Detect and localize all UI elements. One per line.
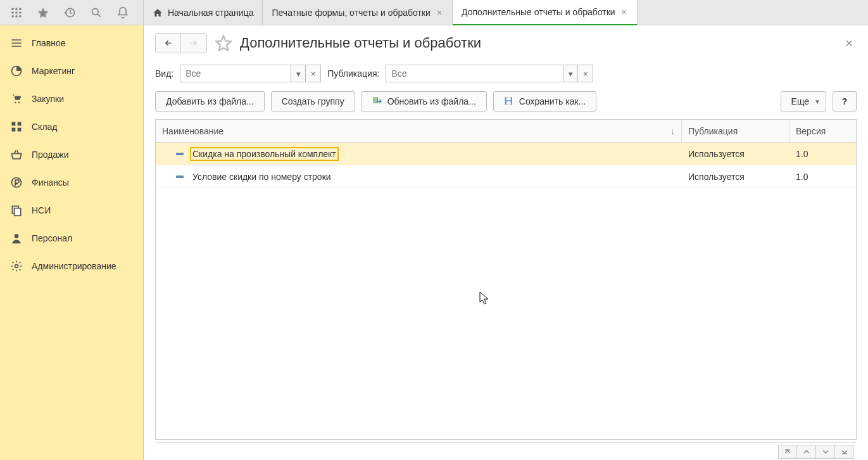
- grid-body: Скидка на произвольный комплект Использу…: [156, 143, 856, 439]
- sidebar-item-warehouse[interactable]: Склад: [0, 113, 143, 141]
- svg-point-7: [15, 15, 18, 18]
- title-row: Дополнительные отчеты и обработки ×: [155, 33, 857, 53]
- cell-version: 1.0: [796, 172, 808, 182]
- close-icon[interactable]: ×: [436, 8, 443, 18]
- scroll-up-button[interactable]: [797, 445, 816, 459]
- menu-icon: [10, 37, 23, 49]
- chevron-down-icon[interactable]: ▾: [563, 65, 578, 82]
- ruble-icon: [10, 176, 23, 189]
- sidebar-item-label: Финансы: [32, 177, 69, 188]
- chevron-down-icon[interactable]: ▾: [291, 65, 306, 82]
- top-toolbar: Начальная страница Печатные формы, отчет…: [0, 0, 868, 25]
- page-title: Дополнительные отчеты и обработки: [240, 35, 481, 51]
- history-icon[interactable]: [57, 0, 82, 25]
- sidebar-item-label: Администрирование: [32, 261, 116, 271]
- filter-pub-input[interactable]: [386, 65, 563, 82]
- svg-point-4: [15, 11, 18, 14]
- column-header-publication[interactable]: Публикация: [682, 120, 789, 142]
- filter-pub-combo: ▾ ×: [386, 65, 593, 82]
- help-button[interactable]: ?: [833, 91, 857, 112]
- close-page-button[interactable]: ×: [841, 36, 857, 51]
- sidebar-item-label: Главное: [32, 38, 66, 48]
- sidebar-item-label: Продажи: [32, 150, 68, 160]
- apps-icon[interactable]: [4, 0, 29, 25]
- svg-point-10: [92, 8, 98, 15]
- sidebar-item-marketing[interactable]: Маркетинг: [0, 57, 143, 85]
- top-icon-bar: [0, 0, 144, 25]
- tab-print-forms[interactable]: Печатные формы, отчеты и обработки ×: [263, 0, 453, 25]
- sidebar-item-admin[interactable]: Администрирование: [0, 252, 143, 280]
- update-from-file-button[interactable]: Обновить из файла...: [362, 91, 487, 112]
- person-icon: [10, 232, 23, 245]
- close-icon[interactable]: ×: [620, 7, 628, 17]
- create-group-button[interactable]: Создать группу: [271, 91, 355, 112]
- copy-icon: [10, 204, 23, 217]
- table-row[interactable]: Условие скидки по номеру строки Использу…: [156, 165, 856, 188]
- clear-filter-button[interactable]: ×: [306, 65, 321, 82]
- piechart-icon: [10, 65, 23, 77]
- favorite-star-icon[interactable]: [215, 34, 232, 52]
- svg-rect-16: [18, 128, 22, 132]
- cell-name: Скидка на произвольный комплект: [190, 147, 339, 161]
- sidebar-item-personnel[interactable]: Персонал: [0, 224, 143, 252]
- filter-type-input[interactable]: [180, 65, 291, 82]
- bell-icon[interactable]: [110, 0, 135, 25]
- svg-point-3: [11, 11, 14, 14]
- tab-home[interactable]: Начальная страница: [144, 0, 263, 25]
- basket-icon: [10, 148, 23, 161]
- cell-publication: Используется: [688, 172, 745, 182]
- sidebar-item-nsi[interactable]: НСИ: [0, 196, 143, 224]
- svg-point-2: [19, 8, 22, 10]
- grid-header: Наименование ↓ Публикация Версия: [156, 120, 856, 143]
- tab-print-forms-label: Печатные формы, отчеты и обработки: [272, 8, 430, 18]
- svg-rect-25: [506, 101, 511, 105]
- filter-type-label: Вид:: [155, 68, 173, 79]
- filter-pub-label: Публикация:: [327, 68, 379, 79]
- svg-point-12: [18, 102, 20, 104]
- sidebar-item-finance[interactable]: Финансы: [0, 169, 143, 196]
- sidebar-item-main[interactable]: Главное: [0, 29, 143, 57]
- cell-version: 1.0: [796, 149, 808, 159]
- save-as-button[interactable]: Сохранить как...: [493, 91, 596, 112]
- sidebar-item-purchases[interactable]: Закупки: [0, 85, 143, 113]
- forward-button[interactable]: [181, 34, 206, 53]
- filters-row: Вид: ▾ × Публикация: ▾ ×: [155, 65, 857, 82]
- svg-rect-24: [506, 98, 511, 100]
- svg-point-6: [11, 15, 14, 18]
- sidebar: Главное Маркетинг Закупки Склад Продажи …: [0, 25, 144, 460]
- clear-filter-button[interactable]: ×: [578, 65, 593, 82]
- sort-down-icon: ↓: [670, 126, 675, 136]
- grid-footer-controls: [155, 442, 857, 460]
- tab-additional-reports[interactable]: Дополнительные отчеты и обработки ×: [453, 0, 638, 25]
- more-button[interactable]: Еще▼: [781, 91, 826, 112]
- table-row[interactable]: Скидка на произвольный комплект Использу…: [156, 143, 856, 165]
- column-header-name[interactable]: Наименование ↓: [156, 120, 682, 142]
- svg-rect-13: [12, 122, 16, 126]
- row-marker-icon: [176, 153, 184, 155]
- svg-point-11: [15, 102, 16, 104]
- column-header-version[interactable]: Версия: [789, 120, 856, 142]
- main-content: Дополнительные отчеты и обработки × Вид:…: [144, 25, 868, 460]
- svg-rect-15: [12, 128, 16, 132]
- sidebar-item-label: НСИ: [32, 205, 51, 215]
- svg-point-1: [15, 8, 18, 10]
- search-icon[interactable]: [84, 0, 109, 25]
- tabs: Начальная страница Печатные формы, отчет…: [144, 0, 638, 25]
- sidebar-item-sales[interactable]: Продажи: [0, 141, 143, 169]
- svg-rect-19: [15, 208, 21, 216]
- back-button[interactable]: [156, 34, 181, 53]
- star-icon[interactable]: [30, 0, 56, 25]
- sidebar-item-label: Маркетинг: [32, 66, 75, 76]
- add-from-file-button[interactable]: Добавить из файла...: [155, 91, 265, 112]
- scroll-bottom-button[interactable]: [835, 445, 854, 459]
- nav-buttons: [155, 33, 207, 53]
- data-grid: Наименование ↓ Публикация Версия Скидк: [155, 119, 857, 440]
- sidebar-item-label: Закупки: [32, 94, 64, 104]
- filter-type-combo: ▾ ×: [180, 65, 321, 82]
- cell-publication: Используется: [688, 149, 745, 159]
- scroll-top-button[interactable]: [778, 445, 797, 459]
- svg-point-20: [15, 234, 19, 238]
- scroll-down-button[interactable]: [816, 445, 835, 459]
- tab-home-label: Начальная страница: [168, 8, 253, 18]
- svg-point-21: [15, 265, 18, 268]
